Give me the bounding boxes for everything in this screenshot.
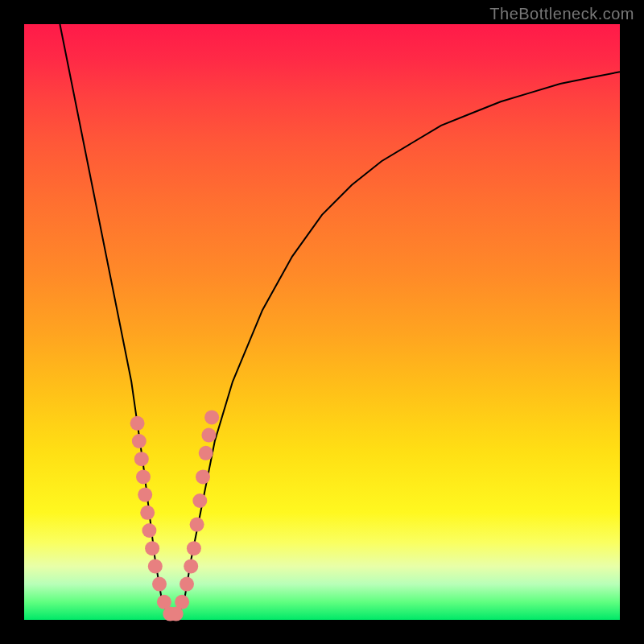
scatter-dot — [196, 469, 210, 484]
scatter-dots — [130, 410, 220, 621]
scatter-dot — [190, 518, 204, 532]
chart-svg — [24, 24, 620, 620]
scatter-dot — [152, 577, 167, 592]
scatter-dot — [130, 416, 145, 431]
scatter-dot — [184, 559, 198, 573]
scatter-dot — [132, 434, 147, 448]
scatter-dot — [140, 506, 155, 520]
scatter-dot — [138, 488, 152, 502]
scatter-dot — [175, 595, 189, 609]
scatter-dot — [180, 577, 194, 592]
scatter-dot — [187, 541, 201, 555]
scatter-dot — [204, 410, 219, 424]
scatter-dot — [142, 523, 156, 538]
scatter-dot — [192, 493, 207, 508]
scatter-dot — [134, 452, 149, 466]
scatter-dot — [136, 469, 151, 484]
scatter-dot — [199, 446, 213, 460]
scatter-dot — [201, 428, 216, 443]
scatter-dot — [148, 559, 163, 573]
chart-frame — [24, 24, 620, 620]
scatter-dot — [145, 541, 159, 555]
watermark-text: TheBottleneck.com — [489, 5, 634, 23]
